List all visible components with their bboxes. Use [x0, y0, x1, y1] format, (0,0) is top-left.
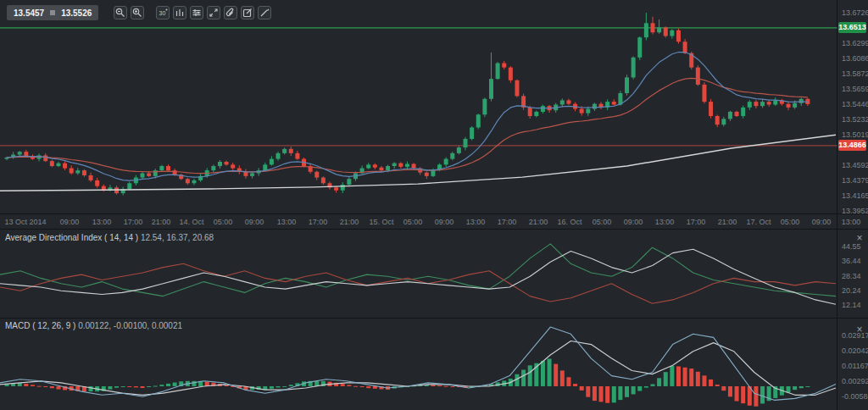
- trading-chart-window: 13.5457 13.5526 30 13.672613.629913.6086…: [0, 0, 868, 410]
- axis-tick-label: 20.24: [842, 286, 861, 295]
- axis-tick-label: 12.14: [842, 301, 861, 309]
- time-tick-label: 21:00: [718, 218, 737, 226]
- zoom-in-button[interactable]: [131, 6, 144, 19]
- time-tick-label: 13:00: [466, 218, 486, 226]
- time-tick-label: 21:00: [152, 218, 171, 226]
- time-tick-label: 09:00: [435, 218, 454, 226]
- annotate-button[interactable]: [241, 6, 254, 19]
- zoom-out-button[interactable]: [114, 6, 127, 19]
- axis-tick-label: 13.4592: [842, 161, 868, 169]
- macd-values-text: 0.00122, -0.00100, 0.00021: [78, 321, 182, 330]
- time-tick-label: 13:00: [277, 218, 297, 226]
- charts-canvas: [0, 0, 868, 410]
- axis-tick-label: 13.6726: [842, 8, 868, 17]
- time-tick-label: 21:00: [340, 218, 359, 226]
- macd-title-text: MACD ( 12, 26, 9 ): [5, 321, 75, 330]
- axis-tick-label: 13.6299: [842, 39, 868, 47]
- spread-marker-icon: [50, 10, 55, 15]
- axis-tick-label: 13.5232: [842, 115, 868, 124]
- time-tick-label: 13:00: [655, 218, 675, 226]
- compose-icon: [242, 7, 253, 19]
- time-tick-label: 17:00: [687, 218, 706, 226]
- brush-icon: [259, 7, 270, 19]
- time-tick-label: 05:00: [593, 218, 612, 226]
- chart-type-button[interactable]: [173, 6, 186, 19]
- expand-icon: [208, 7, 220, 19]
- axis-tick-label: 0.02042: [842, 346, 868, 355]
- adx-close-icon[interactable]: ×: [854, 234, 865, 244]
- attach-button[interactable]: [224, 6, 237, 19]
- timeframe-30-button[interactable]: 30: [156, 6, 170, 19]
- axis-tick-label: 13.5659: [842, 85, 868, 93]
- axis-tick-label: 0.01167: [842, 362, 868, 370]
- axis-tick-label: 13.4165: [842, 191, 868, 200]
- bars-icon: [174, 7, 186, 19]
- time-tick-label: 09:00: [624, 218, 643, 226]
- time-tick-label: 16. Oct: [557, 218, 581, 226]
- sliders-icon: [191, 7, 203, 19]
- magnifier-plus-icon: [131, 7, 143, 19]
- axis-tick-label: 13.5446: [842, 100, 868, 108]
- macd-close-icon[interactable]: ×: [854, 325, 865, 335]
- time-tick-label: 09:00: [245, 218, 264, 226]
- bid-price: 13.5457: [14, 8, 44, 18]
- low-level-badge[interactable]: 13.4866: [838, 140, 866, 151]
- axis-tick-label: 13.4379: [842, 176, 868, 185]
- high-level-badge[interactable]: 13.6513: [838, 22, 866, 33]
- time-tick-label: 09:00: [60, 218, 80, 226]
- time-tick-label: 17:00: [124, 218, 143, 226]
- time-tick-label: 17:00: [309, 218, 328, 226]
- time-tick-label: 13:00: [842, 218, 861, 226]
- axis-tick-label: 13.5872: [842, 69, 868, 78]
- axis-tick-label: 28.34: [842, 272, 861, 280]
- time-tick-label: 13:00: [92, 218, 112, 226]
- time-tick-label: 17:00: [498, 218, 517, 226]
- toolbar: 13.5457 13.5526 30: [7, 5, 271, 20]
- axis-tick-label: 13.5019: [842, 130, 868, 139]
- axis-tick-label: 13.6086: [842, 54, 868, 63]
- time-tick-label: 14. Oct: [179, 218, 203, 226]
- axis-tick-label: 13.3952: [842, 207, 868, 215]
- axis-tick-label: 0.00292: [842, 377, 868, 385]
- adx-values-text: 12.54, 16.37, 20.68: [141, 233, 214, 242]
- draw-button[interactable]: [258, 6, 271, 19]
- price-quote-pill: 13.5457 13.5526: [7, 5, 98, 20]
- time-tick-label: 21:00: [529, 218, 548, 226]
- timeframe-30-icon: 30: [157, 7, 169, 19]
- indicators-button[interactable]: [190, 6, 203, 19]
- axis-tick-label: 36.44: [842, 257, 861, 265]
- magnifier-minus-icon: [114, 7, 126, 19]
- adx-title-text: Average Directional Index ( 14, 14 ): [5, 233, 138, 242]
- macd-panel-title: MACD ( 12, 26, 9 ) 0.00122, -0.00100, 0.…: [5, 321, 182, 330]
- time-tick-label: 17. Oct: [746, 218, 771, 226]
- time-tick-label: 15. Oct: [369, 218, 393, 226]
- adx-panel-title: Average Directional Index ( 14, 14 ) 12.…: [5, 233, 214, 242]
- expand-button[interactable]: [207, 6, 220, 19]
- time-tick-label: 05:00: [781, 218, 800, 226]
- toolbar-buttons: 30: [114, 6, 271, 19]
- svg-text:30: 30: [159, 10, 166, 16]
- paperclip-icon: [225, 7, 236, 19]
- axis-tick-label: -0.00584: [842, 392, 868, 401]
- time-tick-label: 05:00: [403, 218, 423, 226]
- time-tick-label: 09:00: [812, 218, 832, 226]
- time-tick-label: 13 Oct 2014: [4, 218, 46, 226]
- time-tick-label: 05:00: [214, 218, 233, 226]
- ask-price: 13.5526: [61, 8, 92, 18]
